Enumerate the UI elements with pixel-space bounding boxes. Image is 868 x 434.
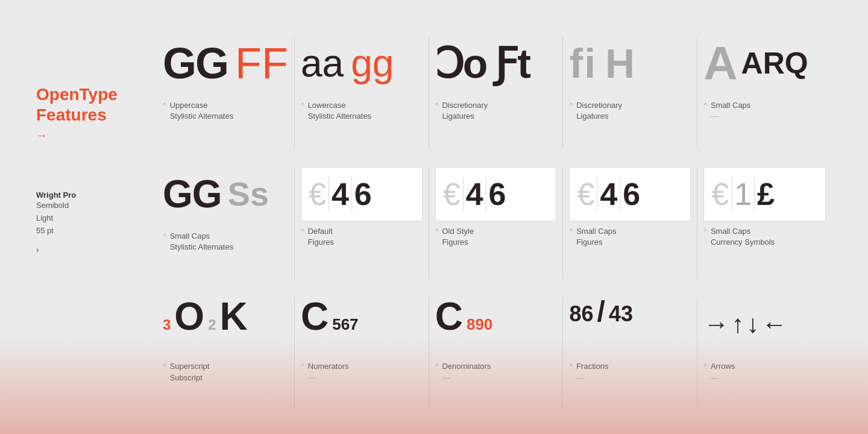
divider-5 xyxy=(597,176,597,212)
currency-box-old-style: € 4 6 xyxy=(435,167,557,221)
num-4-3: 4 xyxy=(600,176,617,212)
display-O: O xyxy=(174,297,204,336)
feature-label: DiscretionaryLigatures xyxy=(576,100,622,122)
display-Ss: Ss xyxy=(228,177,269,211)
sup-567: 567 xyxy=(332,316,358,332)
label-group: ^ Numerators— xyxy=(301,361,423,383)
divider-6 xyxy=(620,176,620,212)
feature-disc-ligatures-1: Ɔo Ƒt ^ DiscretionaryLigatures xyxy=(429,36,564,149)
divider-1 xyxy=(329,176,329,212)
label-group: ^ Arrows— xyxy=(703,361,826,383)
sidebar-arrow-icon[interactable]: → xyxy=(36,130,157,142)
display-fh: H xyxy=(605,43,635,84)
sidebar-info: Wright Pro Semibold Light 55 pt › xyxy=(36,190,157,254)
display-gg-ff: GG FF xyxy=(163,36,288,90)
display-C-num: C xyxy=(301,297,329,336)
display-superscript: 3 O 2 K xyxy=(163,297,288,351)
feature-uppercase-stylistic: GG FF ^ Uppercase Stylistic Alternates xyxy=(157,36,295,149)
num-6-2: 6 xyxy=(489,176,506,212)
pound-sc: £ xyxy=(757,176,775,212)
arrow-up: ↑ xyxy=(731,312,743,337)
feature-superscript-subscript: 3 O 2 K ^ SuperscriptSubscript xyxy=(157,297,295,410)
caret-icon: ^ xyxy=(435,227,439,236)
divider-3 xyxy=(463,176,464,212)
display-GG-dark: GG xyxy=(163,175,222,213)
display-numerators: C 567 xyxy=(301,297,423,351)
sup-3: 3 xyxy=(163,318,171,332)
feature-label: Arrows— xyxy=(711,361,735,383)
display-aarq: A ARQ xyxy=(703,36,826,90)
euro-gray-4: € xyxy=(711,176,729,212)
font-size: 55 pt xyxy=(36,225,157,237)
euro-gray-3: € xyxy=(577,176,594,212)
arrow-right: → xyxy=(703,312,728,337)
feature-lowercase-stylistic: aa gg ^ LowercaseStylistic Alternates xyxy=(295,36,429,149)
label-group: ^ Fractions— xyxy=(569,361,691,383)
num-6-1: 6 xyxy=(354,176,372,212)
feature-smallcaps-stylistic: GG Ss ^ Small CapsStylistic Alternates xyxy=(157,167,295,280)
feature-label: Uppercase Stylistic Alternates xyxy=(170,100,234,122)
display-GG: GG xyxy=(163,42,228,85)
caret-icon: ^ xyxy=(569,362,573,371)
feature-label: Old StyleFigures xyxy=(442,226,474,248)
euro-gray-1: € xyxy=(309,176,326,212)
feature-numerators: C 567 ^ Numerators— xyxy=(295,297,429,410)
caret-icon: ^ xyxy=(435,362,439,371)
arrow-down: ↓ xyxy=(746,312,758,337)
feature-label: DiscretionaryLigatures xyxy=(442,100,488,122)
font-style-2: Light xyxy=(36,212,157,225)
font-name: Wright Pro xyxy=(36,190,157,200)
num-4-1: 4 xyxy=(332,176,349,212)
font-style-1: Semibold xyxy=(36,200,157,212)
feature-fractions: 86 / 43 ^ Fractions— xyxy=(563,297,697,410)
display-A-large: A xyxy=(703,40,737,87)
display-C-denom: C xyxy=(435,297,463,336)
divider-8 xyxy=(754,176,755,212)
label-group: ^ DiscretionaryLigatures xyxy=(435,100,557,122)
currency-box-default: € 4 6 xyxy=(301,167,423,221)
feature-label: Small Caps— xyxy=(711,100,750,122)
divider-7 xyxy=(731,176,732,212)
display-co: Ɔo xyxy=(435,43,487,84)
display-aa-gg: aa gg xyxy=(301,36,423,90)
caret-icon: ^ xyxy=(163,362,166,371)
display-GG-Ss: GG Ss xyxy=(163,167,288,221)
caret-icon: ^ xyxy=(703,101,707,110)
feature-label: Numerators— xyxy=(308,361,349,383)
caret-icon: ^ xyxy=(163,101,166,110)
feature-smallcaps-currency: € 1 £ ^ Small CapsCurrency Symbols xyxy=(697,167,832,280)
caret-icon: ^ xyxy=(301,227,304,236)
label-group: ^ Old StyleFigures xyxy=(435,226,557,248)
caret-icon: ^ xyxy=(163,232,166,241)
display-fi: fi xyxy=(569,43,597,84)
divider-4 xyxy=(486,176,486,212)
feature-label: Fractions— xyxy=(576,361,608,383)
page-container: OpenTypeFeatures → Wright Pro Semibold L… xyxy=(0,0,868,434)
sidebar-chevron-icon[interactable]: › xyxy=(36,245,157,254)
num-6-3: 6 xyxy=(623,176,640,212)
display-arrows: → ↑ ↓ ← xyxy=(703,297,826,351)
feature-old-style-figures: € 4 6 ^ Old StyleFigures xyxy=(429,167,564,280)
label-group: ^ Small Caps— xyxy=(703,100,826,122)
sub-2: 2 xyxy=(208,318,216,332)
feature-label: SuperscriptSubscript xyxy=(170,361,210,383)
sidebar: OpenTypeFeatures → Wright Pro Semibold L… xyxy=(36,36,157,410)
display-gg-red: gg xyxy=(351,44,394,83)
feature-label: LowercaseStylistic Alternates xyxy=(308,100,372,122)
display-fractions: 86 / 43 xyxy=(569,297,691,351)
label-group: ^ Denominators— xyxy=(435,361,557,383)
divider-2 xyxy=(351,176,352,212)
num-1-sc: 1 xyxy=(734,176,752,212)
caret-icon: ^ xyxy=(435,101,439,110)
frac-slash: / xyxy=(597,297,605,326)
num-4-2: 4 xyxy=(466,176,483,212)
label-group: ^ Small CapsStylistic Alternates xyxy=(163,231,288,253)
label-group: ^ Small CapsCurrency Symbols xyxy=(703,226,826,248)
display-ft-lig: Ƒt xyxy=(495,43,530,84)
caret-icon: ^ xyxy=(569,101,573,110)
sub-890: 890 xyxy=(467,316,492,332)
display-aa: aa xyxy=(301,44,344,83)
caret-icon: ^ xyxy=(703,362,707,371)
currency-box-sc: € 1 £ xyxy=(703,167,826,221)
label-group: ^ Uppercase Stylistic Alternates xyxy=(163,100,288,122)
